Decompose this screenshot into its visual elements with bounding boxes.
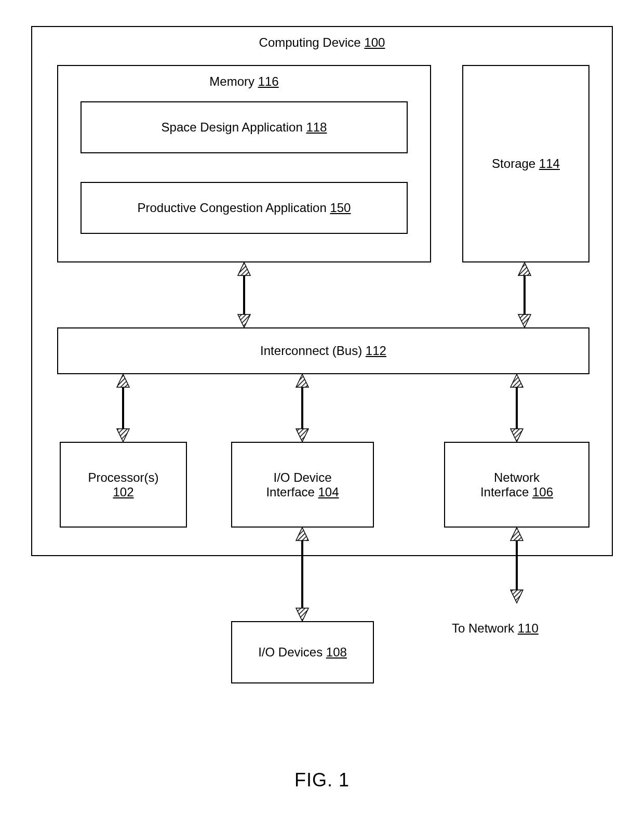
productive-ref: 150 (330, 201, 351, 215)
processors-title: Processor(s) 102 (88, 470, 158, 499)
productive-label: Productive Congestion Application (138, 201, 327, 215)
interconnect-box: Interconnect (Bus) 112 (57, 327, 589, 374)
io-interface-ref: 104 (318, 485, 339, 499)
io-interface-title: I/O Device Interface 104 (266, 470, 339, 499)
productive-box: Productive Congestion Application 150 (81, 182, 408, 234)
svg-marker-22 (511, 590, 523, 603)
computing-device-label: Computing Device (259, 35, 361, 49)
figure-caption: FIG. 1 (0, 769, 644, 791)
processors-box: Processor(s) 102 (60, 442, 187, 528)
io-interface-box: I/O Device Interface 104 (231, 442, 374, 528)
io-devices-box: I/O Devices 108 (231, 621, 374, 683)
space-design-title: Space Design Application 118 (162, 120, 327, 135)
interconnect-ref: 112 (366, 344, 386, 358)
memory-label: Memory (209, 74, 254, 88)
space-design-label: Space Design Application (162, 120, 303, 134)
net-interface-ref: 106 (532, 485, 553, 499)
storage-box: Storage 114 (462, 65, 589, 262)
storage-label: Storage (492, 156, 535, 170)
io-interface-label1: I/O Device (266, 470, 339, 485)
interconnect-title: Interconnect (Bus) 112 (260, 344, 386, 358)
memory-title: Memory 116 (209, 74, 278, 89)
svg-marker-19 (296, 608, 308, 621)
processors-ref: 102 (113, 485, 133, 499)
net-interface-title: Network Interface 106 (480, 470, 553, 499)
net-interface-box: Network Interface 106 (444, 442, 589, 528)
storage-title: Storage 114 (492, 156, 560, 171)
io-devices-title: I/O Devices 108 (258, 645, 347, 660)
computing-device-title: Computing Device 100 (259, 35, 385, 50)
memory-ref: 116 (258, 74, 279, 88)
storage-ref: 114 (539, 156, 560, 170)
diagram-canvas: Computing Device 100 Memory 116 Space De… (0, 0, 644, 829)
to-network-ref: 110 (518, 621, 539, 635)
interconnect-label: Interconnect (Bus) (260, 344, 362, 358)
io-interface-label2: Interface 104 (266, 485, 339, 499)
net-interface-label2: Interface 106 (480, 485, 553, 499)
to-network-text: To Network (452, 621, 514, 635)
space-design-box: Space Design Application 118 (81, 101, 408, 153)
io-devices-label: I/O Devices (258, 645, 323, 659)
productive-title: Productive Congestion Application 150 (138, 201, 351, 215)
computing-device-ref: 100 (364, 35, 385, 49)
io-devices-ref: 108 (326, 645, 347, 659)
space-design-ref: 118 (306, 120, 327, 134)
to-network-label: To Network 110 (452, 621, 539, 636)
net-interface-label1: Network (480, 470, 553, 485)
processors-label: Processor(s) (88, 470, 158, 485)
